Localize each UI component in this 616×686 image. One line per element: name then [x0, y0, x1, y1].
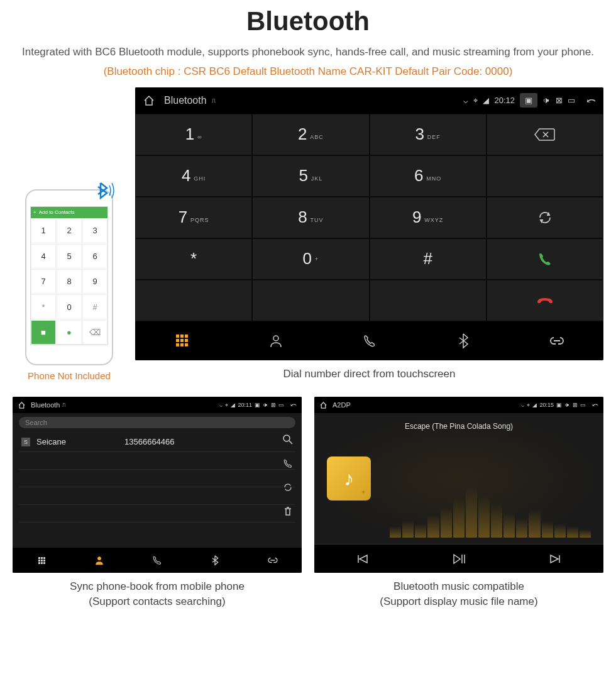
- phone-key-1: 1: [31, 218, 56, 243]
- dialer-caption: Dial number direct from touchscreen: [135, 367, 603, 382]
- music-device: A2DP ⌵ ⌖ ◢ 20:15 ▣ 🕩 ⊠ ▭ ⤺ Escape (The P…: [314, 397, 603, 573]
- bluetooth-specs: (Bluetooth chip : CSR BC6 Default Blueto…: [13, 65, 603, 78]
- close-icon[interactable]: ⊠: [573, 402, 578, 408]
- camera-icon[interactable]: ▣: [520, 93, 537, 108]
- app-label: Bluetooth: [164, 95, 207, 106]
- phonebook-statusbar: Bluetooth ⎍ ⌵ ⌖ ◢ 20:11 ▣ 🕩 ⊠ ▭ ⤺: [13, 397, 302, 413]
- side-sync-icon[interactable]: [283, 482, 293, 492]
- music-body: Escape (The Pina Colada Song) ♪: [314, 413, 603, 544]
- prev-button[interactable]: [314, 545, 410, 573]
- key-8[interactable]: 8TUV: [252, 197, 369, 238]
- phone-header: +Add to Contacts: [31, 207, 107, 218]
- key-9[interactable]: 9WXYZ: [370, 197, 487, 238]
- key-empty-2: [135, 280, 252, 321]
- key-call[interactable]: [487, 238, 603, 280]
- key-5[interactable]: 5JKL: [252, 155, 369, 197]
- app-label: A2DP: [333, 401, 351, 409]
- tab-pair[interactable]: [244, 548, 302, 573]
- music-controls: [314, 544, 603, 573]
- usb-icon: ⎍: [212, 97, 216, 104]
- key-backspace[interactable]: [487, 114, 603, 155]
- camera-icon[interactable]: ▣: [556, 402, 562, 408]
- bluetooth-signal-icon: [93, 178, 118, 203]
- home-icon[interactable]: [319, 401, 327, 409]
- tab-dialpad[interactable]: [13, 548, 70, 573]
- side-delete-icon[interactable]: [283, 506, 293, 516]
- bluetooth-icon: ⌵: [219, 402, 223, 408]
- tab-contacts[interactable]: [229, 321, 322, 360]
- phone-key-9: 9: [82, 269, 107, 294]
- key-7[interactable]: 7PQRS: [135, 197, 252, 238]
- close-icon[interactable]: ⊠: [556, 96, 563, 105]
- phone-key-star: *: [31, 294, 56, 319]
- home-icon[interactable]: [143, 94, 155, 107]
- key-1[interactable]: 1∞: [135, 114, 252, 155]
- phone-key-6: 6: [82, 244, 107, 268]
- key-0[interactable]: 0+: [252, 238, 369, 280]
- next-button[interactable]: [507, 545, 603, 573]
- key-hangup[interactable]: [487, 280, 603, 321]
- contact-badge: S: [21, 438, 30, 446]
- dialer-device: Bluetooth ⎍ ⌵ ⌖ ◢ 20:12 ▣ 🕩 ⊠ ▭ ⤺ 1∞ 2AB…: [135, 87, 603, 360]
- key-2[interactable]: 2ABC: [252, 114, 369, 155]
- music-caption: Bluetooth music compatible(Support displ…: [314, 579, 603, 609]
- phonebook-caption: Sync phone-book from mobile phone(Suppor…: [13, 579, 302, 609]
- close-icon[interactable]: ⊠: [271, 402, 276, 408]
- usb-icon: ⎍: [62, 402, 65, 408]
- recent-icon[interactable]: ▭: [278, 402, 284, 408]
- tab-pair[interactable]: [510, 321, 603, 360]
- page-title: Bluetooth: [13, 6, 603, 36]
- phone-key-4: 4: [31, 244, 56, 268]
- key-empty-3: [252, 280, 369, 321]
- recent-icon[interactable]: ▭: [580, 402, 586, 408]
- bluetooth-icon: ⌵: [521, 402, 524, 408]
- wifi-icon: ◢: [231, 402, 235, 408]
- page-subtitle: Integrated with BC6 Bluetooth module, su…: [13, 44, 603, 60]
- tab-dialpad[interactable]: [135, 321, 229, 360]
- play-pause-button[interactable]: [410, 545, 507, 573]
- tab-contacts[interactable]: [70, 548, 128, 573]
- volume-icon[interactable]: 🕩: [564, 402, 570, 408]
- contact-row[interactable]: S Seicane 13566664466: [19, 432, 295, 452]
- dialer-bottombar: [135, 321, 603, 360]
- back-icon[interactable]: ⤺: [592, 401, 598, 409]
- bluetooth-icon: ⌵: [463, 96, 468, 105]
- phone-key-5: 5: [57, 244, 82, 268]
- back-icon[interactable]: ⤺: [290, 401, 297, 409]
- side-call-icon[interactable]: [283, 458, 293, 468]
- contact-row-empty: [19, 487, 295, 505]
- dialpad: 1∞ 2ABC 3DEF 4GHI 5JKL 6MNO 7PQRS 8TUV 9…: [135, 114, 603, 321]
- key-4[interactable]: 4GHI: [135, 155, 252, 197]
- tab-bluetooth[interactable]: [186, 548, 244, 573]
- phone-key-video: ■: [31, 320, 56, 345]
- phone-key-7: 7: [31, 269, 56, 294]
- tab-recent[interactable]: [128, 548, 186, 573]
- key-empty-1: [487, 155, 603, 197]
- phonebook-bottombar: [13, 548, 302, 573]
- wifi-icon: ◢: [532, 402, 537, 408]
- location-icon: ⌖: [527, 402, 530, 409]
- search-input[interactable]: Search: [19, 417, 295, 428]
- camera-icon[interactable]: ▣: [255, 402, 260, 408]
- volume-icon[interactable]: 🕩: [542, 96, 551, 105]
- home-icon[interactable]: [18, 401, 26, 409]
- smartphone-mockup: +Add to Contacts 123 456 789 *0# ■●⌫: [25, 189, 113, 365]
- app-label: Bluetooth: [31, 401, 60, 409]
- key-sync[interactable]: [487, 197, 603, 238]
- tab-bluetooth[interactable]: [416, 321, 510, 360]
- wifi-icon: ◢: [483, 96, 489, 105]
- key-star[interactable]: *: [135, 238, 252, 280]
- tab-recent[interactable]: [322, 321, 416, 360]
- svg-point-2: [97, 556, 101, 560]
- recent-icon[interactable]: ▭: [568, 96, 575, 105]
- phone-key-call: ●: [57, 320, 82, 345]
- side-search-icon[interactable]: [283, 434, 293, 445]
- key-hash[interactable]: #: [370, 238, 487, 280]
- key-3[interactable]: 3DEF: [370, 114, 487, 155]
- phone-key-8: 8: [57, 269, 82, 294]
- contact-row-empty: [19, 505, 295, 523]
- back-icon[interactable]: ⤺: [586, 94, 596, 108]
- volume-icon[interactable]: 🕩: [263, 402, 268, 408]
- phonebook-device: Bluetooth ⎍ ⌵ ⌖ ◢ 20:11 ▣ 🕩 ⊠ ▭ ⤺ Search: [13, 397, 302, 573]
- key-6[interactable]: 6MNO: [370, 155, 487, 197]
